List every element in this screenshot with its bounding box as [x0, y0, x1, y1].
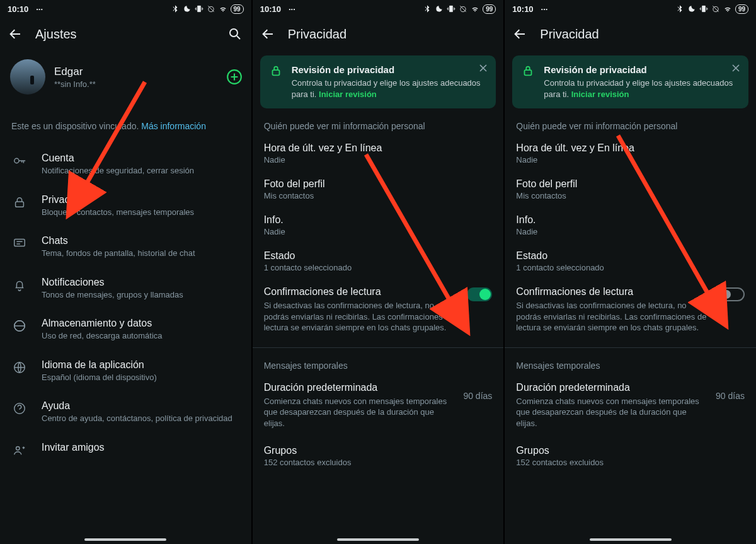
row-last-seen[interactable]: Hora de últ. vez y En líneaNadie	[505, 136, 756, 172]
status-time: 10:10	[512, 4, 533, 14]
banner-close[interactable]	[477, 62, 490, 74]
section-personal: Quién puede ver mi información personal	[253, 108, 504, 136]
banner-link[interactable]: Iniciar revisión	[571, 90, 629, 99]
help-icon	[13, 402, 26, 415]
settings-privacy[interactable]: PrivacidadBloquear contactos, mensajes t…	[0, 185, 251, 227]
duration-value: 90 días	[716, 382, 745, 401]
settings-invite[interactable]: Invitar amigos	[0, 433, 251, 466]
page-title: Privacidad	[540, 27, 747, 42]
lock-icon	[13, 195, 26, 209]
row-status[interactable]: Estado1 contacto seleccionado	[253, 244, 504, 280]
chat-icon	[13, 236, 26, 250]
row-profile-photo[interactable]: Foto del perfilMis contactos	[505, 172, 756, 208]
settings-storage[interactable]: Almacenamiento y datosUso de red, descar…	[0, 309, 251, 350]
settings-language[interactable]: Idioma de la aplicaciónEspañol (idioma d…	[0, 350, 251, 392]
banner-title: Revisión de privacidad	[292, 64, 489, 75]
moon-icon	[183, 4, 192, 13]
settings-account[interactable]: CuentaNotificaciones de seguridad, cerra…	[0, 144, 251, 185]
avatar	[10, 59, 45, 95]
alarm-off-icon	[459, 4, 467, 13]
screen-privacy-off: 10:10 ··· 99 Privacidad Revisión de priv…	[505, 0, 756, 544]
row-default-duration[interactable]: Duración predeterminada Comienza chats n…	[253, 376, 504, 439]
read-receipts-toggle[interactable]	[719, 287, 745, 301]
linked-device-text: Este es un dispositivo vinculado. Más in…	[0, 106, 251, 144]
row-info[interactable]: Info.Nadie	[253, 208, 504, 244]
svg-rect-5	[14, 240, 25, 246]
battery-indicator: 99	[735, 4, 748, 14]
vibrate-icon	[195, 4, 203, 13]
more-icon: ···	[541, 4, 548, 14]
row-info[interactable]: Info.Nadie	[505, 208, 756, 244]
shield-lock-icon	[269, 64, 283, 78]
profile-name: Edgar	[54, 66, 217, 78]
settings-help[interactable]: AyudaCentro de ayuda, contáctanos, polít…	[0, 391, 251, 433]
globe-icon	[13, 361, 26, 374]
nav-handle[interactable]	[337, 538, 419, 541]
row-last-seen[interactable]: Hora de últ. vez y En líneaNadie	[253, 136, 504, 172]
bluetooth-icon	[675, 4, 684, 13]
svg-rect-12	[272, 70, 279, 75]
bluetooth-icon	[423, 4, 432, 13]
battery-indicator: 99	[231, 4, 244, 14]
row-read-receipts[interactable]: Confirmaciones de lectura Si desactivas …	[253, 280, 504, 344]
wifi-icon	[471, 4, 479, 13]
shield-lock-icon	[521, 64, 535, 78]
back-icon[interactable]	[260, 26, 275, 42]
section-temporal: Mensajes temporales	[253, 348, 504, 376]
row-default-duration[interactable]: Duración predeterminada Comienza chats n…	[505, 376, 756, 439]
profile-row[interactable]: Edgar **sin Info.**	[0, 50, 251, 106]
key-icon	[13, 154, 26, 168]
section-temporal: Mensajes temporales	[505, 348, 756, 376]
battery-indicator: 99	[483, 4, 496, 14]
nav-handle[interactable]	[590, 538, 672, 541]
row-groups[interactable]: Grupos152 contactos excluidos	[253, 439, 504, 475]
status-bar: 10:10 ··· 99	[505, 0, 756, 18]
back-icon[interactable]	[512, 26, 527, 42]
row-groups[interactable]: Grupos152 contactos excluidos	[505, 439, 756, 475]
more-icon: ···	[36, 4, 43, 14]
vibrate-icon	[447, 4, 455, 13]
settings-list: CuentaNotificaciones de seguridad, cerra…	[0, 144, 251, 466]
svg-point-9	[16, 446, 20, 450]
app-bar: Ajustes	[0, 18, 251, 50]
more-icon: ···	[289, 4, 295, 14]
status-time: 10:10	[260, 4, 281, 14]
row-profile-photo[interactable]: Foto del perfilMis contactos	[253, 172, 504, 208]
alarm-off-icon	[711, 4, 720, 13]
app-bar: Privacidad	[505, 18, 756, 50]
back-icon[interactable]	[8, 26, 23, 42]
linked-more-link[interactable]: Más información	[141, 121, 206, 131]
profile-status: **sin Info.**	[54, 79, 217, 89]
bell-icon	[13, 278, 26, 292]
banner-link[interactable]: Iniciar revisión	[319, 90, 377, 99]
privacy-review-banner[interactable]: Revisión de privacidad Controla tu priva…	[260, 55, 496, 108]
search-icon[interactable]	[227, 26, 243, 42]
status-time: 10:10	[8, 4, 28, 14]
wifi-icon	[219, 4, 227, 13]
svg-point-1	[230, 29, 238, 37]
vibrate-icon	[699, 4, 708, 13]
screen-settings: 10:10 ··· 99 Ajustes Edgar **sin Info.**…	[0, 0, 251, 544]
bluetooth-icon	[171, 4, 180, 13]
banner-body: Controla tu privacidad y elige los ajust…	[544, 78, 741, 100]
svg-rect-4	[16, 202, 24, 207]
row-read-receipts[interactable]: Confirmaciones de lectura Si desactivas …	[505, 280, 756, 344]
svg-rect-15	[525, 70, 532, 75]
screen-privacy-on: 10:10 ··· 99 Privacidad Revisión de priv…	[253, 0, 504, 544]
privacy-review-banner[interactable]: Revisión de privacidad Controla tu priva…	[512, 55, 748, 108]
row-status[interactable]: Estado1 contacto seleccionado	[505, 244, 756, 280]
settings-notifications[interactable]: NotificacionesTonos de mensajes, grupos …	[0, 268, 251, 310]
people-icon	[13, 443, 26, 457]
nav-handle[interactable]	[84, 538, 166, 541]
section-personal: Quién puede ver mi información personal	[505, 108, 756, 136]
moon-icon	[435, 4, 444, 13]
data-icon	[13, 319, 26, 333]
add-circle-icon[interactable]	[226, 69, 243, 85]
settings-chats[interactable]: ChatsTema, fondos de pantalla, historial…	[0, 226, 251, 268]
moon-icon	[687, 4, 696, 13]
wifi-icon	[723, 4, 732, 13]
read-receipts-toggle[interactable]	[467, 287, 492, 301]
alarm-off-icon	[207, 4, 215, 13]
banner-close[interactable]	[730, 62, 742, 74]
page-title: Ajustes	[35, 27, 215, 42]
